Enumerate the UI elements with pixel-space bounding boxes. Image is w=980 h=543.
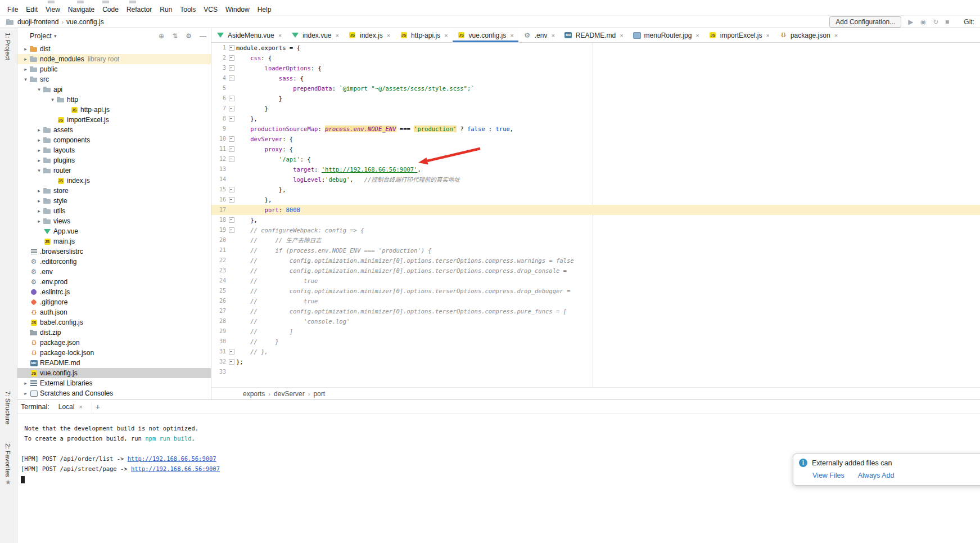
tree-item-http[interactable]: ▾http <box>17 95 211 105</box>
fold-marker[interactable] <box>226 114 236 124</box>
tree-item-eslintrc-js[interactable]: .eslintrc.js <box>17 287 211 297</box>
tree-item-env[interactable]: .env <box>17 267 211 277</box>
new-terminal-button[interactable]: + <box>92 402 103 411</box>
tree-item-importexcel-js[interactable]: importExcel.js <box>17 115 211 125</box>
fold-marker[interactable] <box>226 195 236 205</box>
breadcrumb-item-vue-config-js[interactable]: vue.config.js <box>66 18 104 26</box>
chevron-right-icon[interactable]: ▸ <box>35 147 43 153</box>
fold-marker[interactable] <box>226 53 236 63</box>
tree-item-main-js[interactable]: main.js <box>17 236 211 246</box>
chevron-right-icon[interactable]: ▸ <box>22 391 29 396</box>
menu-item-refactor[interactable]: Refactor <box>123 5 156 15</box>
close-icon[interactable]: × <box>444 32 448 39</box>
tab-asidemenu-vue[interactable]: AsideMenu.vue× <box>211 28 286 42</box>
chevron-right-icon[interactable]: ▸ <box>35 188 43 194</box>
code-area[interactable]: 1module.exports = {2 css: {3 loaderOptio… <box>211 43 980 387</box>
tree-item-public[interactable]: ▸public <box>17 64 211 74</box>
tree-item-components[interactable]: ▸components <box>17 135 211 145</box>
tree-item-router[interactable]: ▾router <box>17 165 211 176</box>
terminal-tab-local[interactable]: Local × <box>55 402 86 412</box>
fold-marker[interactable] <box>226 104 236 114</box>
tree-item-auth-json[interactable]: auth.json <box>17 307 211 317</box>
tree-item-readme-md[interactable]: README.md <box>17 358 211 368</box>
tree-item-views[interactable]: ▸views <box>17 216 211 226</box>
tree-item-app-vue[interactable]: App.vue <box>17 226 211 236</box>
tree-item-api[interactable]: ▾api <box>17 84 211 95</box>
chevron-right-icon[interactable]: ▸ <box>22 380 29 386</box>
tree-item-dist[interactable]: ▸dist <box>17 44 211 54</box>
fold-marker[interactable] <box>226 93 236 104</box>
menu-item-tools[interactable]: Tools <box>176 5 200 15</box>
close-icon[interactable]: × <box>551 32 554 39</box>
chevron-right-icon[interactable]: ▸ <box>35 137 43 143</box>
tree-item-browserslistrc[interactable]: .browserslistrc <box>17 246 211 257</box>
hide-panel-icon[interactable]: — <box>200 32 206 40</box>
fold-marker[interactable] <box>226 144 236 154</box>
chevron-right-icon[interactable]: ▸ <box>22 66 29 72</box>
tab-index-vue[interactable]: index.vue× <box>286 28 344 42</box>
fold-marker[interactable] <box>226 185 236 195</box>
tab-importexcel-js[interactable]: importExcel.js× <box>704 28 774 42</box>
tree-item-env-prod[interactable]: .env.prod <box>17 277 211 287</box>
menu-item-view[interactable]: View <box>42 5 64 15</box>
chevron-right-icon[interactable]: ▸ <box>35 208 43 214</box>
menu-item-file[interactable]: File <box>3 5 22 15</box>
notification-link-always-add[interactable]: Always Add <box>858 472 895 479</box>
breadcrumb-port[interactable]: port <box>313 390 325 398</box>
tree-item-dist-zip[interactable]: dist.zip <box>17 327 211 338</box>
menu-item-code[interactable]: Code <box>98 5 123 15</box>
tree-item-plugins[interactable]: ▸plugins <box>17 155 211 165</box>
fold-marker[interactable] <box>226 154 236 164</box>
close-icon[interactable]: × <box>510 32 513 39</box>
fold-marker[interactable] <box>226 73 236 83</box>
tab-readme-md[interactable]: README.md× <box>559 28 628 42</box>
tab-env[interactable]: .env× <box>518 28 559 42</box>
stop-icon[interactable]: ■ <box>945 19 949 25</box>
tree-item-http-api-js[interactable]: http-api.js <box>17 105 211 115</box>
chevron-right-icon[interactable]: ▸ <box>22 46 29 52</box>
close-icon[interactable]: × <box>834 32 838 39</box>
fold-marker[interactable] <box>226 63 236 73</box>
chevron-down-icon[interactable]: ▾ <box>35 168 43 173</box>
tree-item-store[interactable]: ▸store <box>17 186 211 196</box>
fold-marker[interactable] <box>226 347 236 357</box>
tab-menurouter-jpg[interactable]: menuRouter.jpg× <box>628 28 704 42</box>
chevron-right-icon[interactable]: ▸ <box>35 127 43 133</box>
star-icon[interactable]: ★ <box>5 478 11 486</box>
settings-icon[interactable]: ⚙ <box>186 32 192 40</box>
tree-item-gitignore[interactable]: .gitignore <box>17 297 211 307</box>
tree-item-editorconfig[interactable]: .editorconfig <box>17 257 211 267</box>
close-icon[interactable]: × <box>696 32 699 39</box>
menu-item-window[interactable]: Window <box>222 5 254 15</box>
tree-item-layouts[interactable]: ▸layouts <box>17 145 211 155</box>
menu-item-edit[interactable]: Edit <box>22 5 42 15</box>
fold-marker[interactable] <box>226 43 236 53</box>
fold-marker[interactable] <box>226 357 236 367</box>
tree-item-src[interactable]: ▾src <box>17 74 211 84</box>
tree-item-style[interactable]: ▸style <box>17 196 211 206</box>
tab-index-js[interactable]: index.js× <box>344 28 395 42</box>
fold-marker[interactable] <box>226 225 236 235</box>
tree-item-external-libraries[interactable]: ▸External Libraries <box>17 378 211 388</box>
tree-item-vue-config-js[interactable]: vue.config.js <box>17 368 211 378</box>
tree-item-package-lock-json[interactable]: package-lock.json <box>17 348 211 358</box>
chevron-right-icon[interactable]: ▸ <box>35 218 43 224</box>
run-icon[interactable]: ▶ <box>908 19 913 25</box>
chevron-right-icon[interactable]: ▸ <box>22 56 29 62</box>
breadcrumb-item-duoji-frontend[interactable]: duoji-frontend <box>17 18 58 26</box>
tool-button-7-structure[interactable]: 7: Structure <box>4 391 11 424</box>
close-icon[interactable]: × <box>387 32 390 39</box>
project-view-selector[interactable]: Project ▾ <box>30 32 56 40</box>
tool-button-2-favorites[interactable]: 2: Favorites <box>4 443 11 477</box>
tree-item-utils[interactable]: ▸utils <box>17 206 211 216</box>
chevron-right-icon[interactable]: ▸ <box>35 158 43 163</box>
chevron-down-icon[interactable]: ▾ <box>35 87 43 92</box>
close-icon[interactable]: × <box>620 32 623 39</box>
chevron-down-icon[interactable]: ▾ <box>49 97 56 102</box>
terminal-link[interactable]: http://192.168.66.56:9007 <box>131 465 220 472</box>
git-branch-label[interactable]: Git: <box>964 18 974 26</box>
debug-icon[interactable]: ◉ <box>920 19 926 25</box>
fold-marker[interactable] <box>226 215 236 225</box>
close-icon[interactable]: × <box>79 403 82 410</box>
terminal-link[interactable]: http://192.168.66.56:9007 <box>128 455 216 462</box>
